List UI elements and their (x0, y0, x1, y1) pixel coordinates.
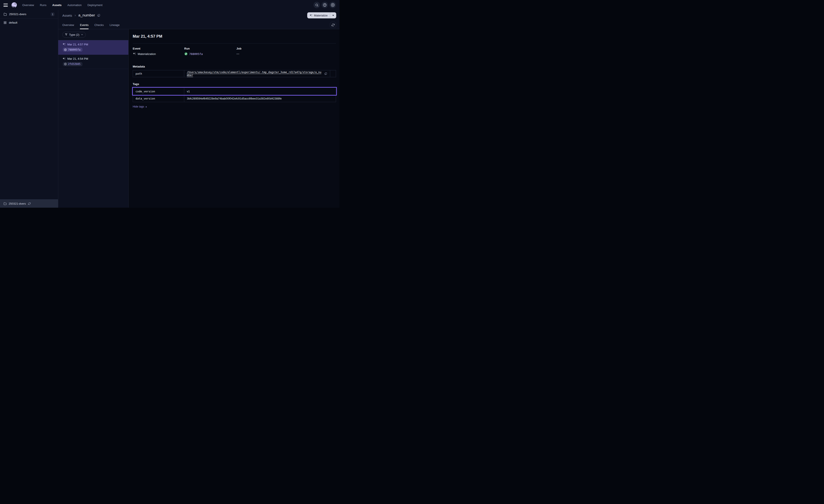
event-timestamp: Mar 21, 4:54 PM (67, 57, 88, 60)
copy-asset-key-button[interactable] (97, 14, 100, 17)
event-list-item[interactable]: Mar 21, 4:57 PM 788005fa (58, 40, 128, 55)
main-nav: Overview Runs Assets Automation Deployme… (22, 3, 102, 7)
materialization-sparkles-icon (133, 52, 136, 55)
run-column-label: Run (184, 47, 236, 50)
run-id-pill[interactable]: 788005fa (63, 47, 83, 52)
tag-value: 3bfc269594ef649228e9a74bab00f042efc91d5a… (184, 95, 336, 102)
gear-icon (331, 3, 335, 7)
materialization-sparkles-icon (62, 57, 66, 60)
nav-item-deployment[interactable]: Deployment (88, 3, 102, 7)
nav-item-assets[interactable]: Assets (53, 3, 62, 7)
metadata-heading: Metadata (133, 65, 336, 68)
metadata-key: path (133, 70, 184, 77)
top-navigation-bar: Overview Runs Assets Automation Deployme… (0, 0, 339, 10)
tab-events[interactable]: Events (80, 21, 89, 29)
run-id-pill[interactable]: 2fd32b85 (63, 62, 83, 66)
tag-key: code_version (133, 88, 184, 95)
tab-overview[interactable]: Overview (62, 21, 74, 29)
topbar-actions (313, 2, 336, 8)
event-filter-row: Type (2) (58, 29, 128, 40)
run-success-icon (184, 52, 188, 55)
tags-table: code_version v1 data_version 3bfc269594e… (133, 88, 336, 102)
breadcrumb-assets-link[interactable]: Assets (62, 14, 72, 17)
event-summary-columns: Event Materialization Run 788005fa (133, 47, 336, 55)
table-row: data_version 3bfc269594ef649228e9a74bab0… (133, 95, 336, 102)
run-status-icon (64, 48, 67, 51)
table-row: path /Users/smackesey/stm/code/elementl/… (133, 70, 336, 77)
help-icon (323, 3, 327, 7)
dagster-logo[interactable] (11, 2, 17, 8)
app-window: Overview Runs Assets Automation Deployme… (0, 0, 339, 208)
filter-funnel-icon (65, 33, 68, 36)
table-row: code_version v1 (133, 88, 336, 95)
event-type-value: Materialization (138, 52, 156, 55)
tab-checks[interactable]: Checks (94, 21, 104, 29)
sidebar-item-code-location[interactable]: 250321-dvers 1 (0, 10, 58, 19)
materialize-dropdown-button[interactable] (330, 12, 336, 18)
copy-path-button[interactable] (324, 72, 327, 75)
folder-icon (3, 13, 7, 16)
tag-key: data_version (133, 95, 184, 102)
nav-item-overview[interactable]: Overview (22, 3, 34, 7)
asset-tabs-row: Overview Events Checks Lineage (58, 21, 339, 29)
job-empty-value: — (236, 52, 239, 55)
hide-tags-label: Hide tags (133, 105, 144, 108)
materialization-sparkles-icon (62, 43, 66, 46)
sidebar-footer-code-location[interactable]: 250321-dvers (0, 200, 58, 208)
event-detail-panel: Mar 21, 4:57 PM Event Materialization Ru… (129, 29, 339, 208)
tags-heading: Tags (133, 83, 336, 86)
event-list-item[interactable]: Mar 21, 4:54 PM 2fd32b85 (58, 55, 128, 69)
search-icon (315, 3, 319, 7)
event-detail-title: Mar 21, 4:57 PM (133, 34, 336, 39)
search-button[interactable] (313, 2, 320, 8)
asset-group-icon (3, 21, 7, 24)
folder-icon (3, 202, 7, 205)
job-column-label: Job (236, 47, 336, 50)
event-column: Event Materialization (133, 47, 184, 55)
refresh-button[interactable] (330, 22, 336, 28)
sparkles-icon (309, 14, 313, 17)
caret-down-icon (332, 15, 334, 16)
metadata-path-link[interactable]: /Users/smackesey/stm/code/elementl/exper… (187, 71, 322, 77)
group-label: default (9, 21, 17, 24)
footer-code-location-label: 250321-dvers (9, 202, 26, 205)
run-id: 788005fa (68, 48, 81, 51)
help-button[interactable] (321, 2, 328, 8)
code-location-label: 250321-dvers (9, 13, 26, 16)
nav-item-automation[interactable]: Automation (67, 3, 82, 7)
refresh-icon (331, 23, 335, 27)
copy-icon (324, 72, 327, 75)
breadcrumb: Assets a_number (62, 13, 100, 17)
asset-header: Assets a_number Materialize (58, 10, 339, 21)
settings-button[interactable] (329, 2, 336, 8)
materialize-label: Materialize (314, 14, 328, 17)
run-id-link[interactable]: 788005fa (189, 52, 203, 55)
page-title: a_number (78, 13, 95, 17)
asset-sidebar: 250321-dvers 1 default 250321-dvers (0, 10, 58, 208)
copy-icon (97, 14, 100, 17)
nav-item-runs[interactable]: Runs (40, 3, 46, 7)
metadata-table: path /Users/smackesey/stm/code/elementl/… (133, 70, 336, 77)
sidebar-item-group-default[interactable]: default (0, 19, 58, 27)
asset-count-badge: 1 (50, 12, 55, 16)
materialize-split-button: Materialize (307, 12, 336, 18)
type-filter-label: Type (2) (69, 33, 80, 36)
hamburger-menu-icon[interactable] (3, 3, 8, 7)
asset-tabs: Overview Events Checks Lineage (62, 21, 120, 29)
tab-lineage[interactable]: Lineage (110, 21, 119, 29)
type-filter-button[interactable]: Type (2) (62, 32, 86, 38)
caret-up-icon: ▲ (145, 106, 147, 108)
run-id: 2fd32b85 (68, 62, 81, 66)
event-list-panel: Type (2) Mar 21, 4:57 PM 788005fa (58, 29, 129, 208)
run-status-icon (64, 62, 67, 66)
job-column: Job — (236, 47, 336, 55)
empty-cell (330, 70, 336, 77)
run-column: Run 788005fa (184, 47, 236, 55)
reload-code-location-icon[interactable] (28, 202, 31, 205)
divider (133, 43, 336, 43)
chevron-down-icon (81, 33, 83, 36)
hide-tags-link[interactable]: Hide tags ▲ (133, 105, 147, 108)
tag-value: v1 (184, 88, 336, 95)
event-timestamp: Mar 21, 4:57 PM (67, 43, 88, 46)
materialize-button[interactable]: Materialize (307, 12, 330, 18)
